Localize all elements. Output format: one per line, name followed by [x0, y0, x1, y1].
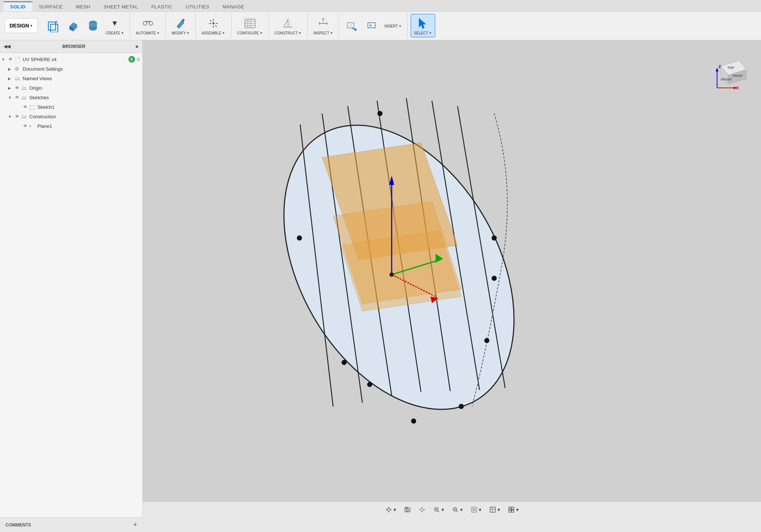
configure-button[interactable]: CONFIGURE▼: [234, 14, 266, 37]
tree-arrow-sketches: ▼: [8, 96, 14, 100]
modify-icon: [174, 16, 187, 30]
tab-mesh[interactable]: MESH: [69, 1, 97, 11]
bottom-toolbar: ▾: [143, 501, 761, 517]
box-icon: [66, 19, 80, 33]
tab-utilities[interactable]: UTILITIES: [179, 1, 216, 11]
svg-point-63: [377, 111, 383, 116]
svg-line-30: [284, 19, 288, 27]
svg-text:FRONT: FRONT: [721, 78, 732, 81]
tree-item-sketches[interactable]: ▼ 👁 🗂 Sketches: [0, 93, 142, 102]
tree-item-origin[interactable]: ▶ 👁 🗂 Origin: [0, 83, 142, 93]
svg-line-97: [456, 511, 458, 512]
display-settings-button[interactable]: ▾: [468, 505, 484, 514]
zoom-fit-button[interactable]: ▾: [449, 505, 466, 514]
viewport[interactable]: Z X TOP FRONT RIGHT: [143, 40, 761, 517]
add-comment-button[interactable]: +: [133, 521, 137, 529]
tree-settings-icon-root[interactable]: ⊙: [137, 57, 140, 62]
svg-point-91: [406, 509, 409, 511]
create-label: CREATE ▼: [106, 31, 124, 35]
svg-text:TOP: TOP: [727, 66, 734, 70]
tree-eye-origin[interactable]: 👁: [15, 85, 19, 90]
browser-title: BROWSER: [62, 44, 85, 49]
svg-point-84: [387, 508, 390, 511]
views-button[interactable]: ▾: [505, 505, 522, 514]
cylinder-button[interactable]: [83, 14, 103, 37]
insert-decal-icon: +: [365, 19, 378, 33]
design-button[interactable]: DESIGN ▼: [5, 18, 38, 33]
construct-icon: [281, 16, 295, 30]
tree-arrow-doc-settings: ▶: [8, 67, 14, 71]
grid-button[interactable]: ▾: [486, 505, 503, 514]
svg-point-8: [89, 27, 97, 30]
tree-eye-root[interactable]: 👁: [8, 57, 13, 62]
cylinder-icon: [86, 19, 100, 33]
svg-point-71: [367, 382, 372, 387]
display-arrow: ▾: [479, 507, 481, 513]
insert-decal-button[interactable]: +: [362, 14, 381, 37]
box-button[interactable]: [63, 14, 83, 37]
tree-item-named-views[interactable]: ▶ 🗂 Named Views: [0, 74, 142, 83]
create-group: +: [41, 12, 130, 39]
svg-text:RIGHT: RIGHT: [732, 74, 743, 78]
snap-button[interactable]: ▾: [383, 505, 399, 514]
configure-group: CONFIGURE▼: [231, 12, 269, 39]
svg-point-70: [459, 404, 464, 409]
tab-manage[interactable]: MANAGE: [216, 1, 251, 11]
tree-item-root[interactable]: ▼ 👁 📄 UV SPHERE v4 K ⊙: [0, 55, 142, 64]
create-dropdown-button[interactable]: ▼ CREATE ▼: [103, 14, 127, 37]
tree-item-construction[interactable]: ▼ 👁 🗂 Construction: [0, 112, 142, 121]
insert-canvas-icon: [345, 19, 359, 33]
new-component-icon: +: [46, 19, 60, 33]
tree-eye-sketch1[interactable]: 👁: [23, 104, 27, 109]
tab-sheet-metal[interactable]: SHEET METAL: [97, 1, 145, 11]
tree-item-sketch1[interactable]: 👁 ⬚ Sketch1: [0, 102, 142, 112]
svg-rect-101: [472, 508, 476, 511]
new-component-button[interactable]: +: [44, 14, 63, 37]
svg-rect-106: [512, 507, 514, 509]
svg-point-98: [454, 509, 456, 510]
insert-dropdown-button[interactable]: INSERT▼: [381, 14, 404, 37]
svg-point-69: [492, 276, 497, 281]
tree-eye-construction[interactable]: 👁: [15, 114, 19, 119]
capture-image-button[interactable]: [401, 505, 414, 514]
svg-rect-0: [48, 22, 56, 30]
browser-options-icon[interactable]: ●: [135, 43, 139, 50]
svg-line-21: [215, 25, 217, 27]
tree-eye-sketches[interactable]: 👁: [15, 95, 19, 100]
assemble-button[interactable]: ASSEMBLE▼: [199, 14, 228, 37]
tree-label-named-views: Named Views: [23, 76, 140, 81]
select-button[interactable]: SELECT▼: [411, 14, 435, 37]
svg-point-62: [389, 272, 394, 277]
select-label: SELECT▼: [414, 31, 432, 35]
pan-button[interactable]: [416, 505, 428, 514]
tree-icon-named-views: 🗂: [15, 75, 22, 81]
inspect-group: INSPECT▼: [307, 12, 339, 39]
browser-header: ◀◀ BROWSER ●: [0, 40, 142, 53]
collapse-icon[interactable]: ◀◀: [4, 44, 10, 49]
tab-plastic[interactable]: PLASTIC: [145, 1, 179, 11]
tree-icon-construction: 🗂: [21, 114, 29, 119]
tab-solid[interactable]: SOLID: [4, 1, 32, 11]
tree-item-plane1[interactable]: 👁 ▪ Plane1: [0, 121, 142, 131]
svg-marker-55: [340, 231, 461, 311]
zoom-in-arrow: ▾: [441, 507, 444, 513]
configure-label: CONFIGURE▼: [237, 31, 263, 35]
snap-arrow: ▾: [393, 507, 396, 513]
automate-button[interactable]: AUTOMATE▼: [133, 14, 163, 37]
zoom-in-button[interactable]: ▾: [430, 505, 447, 514]
tab-surface[interactable]: SURFACE: [32, 1, 69, 11]
view-cube[interactable]: Z X TOP FRONT RIGHT: [710, 48, 754, 92]
modify-button[interactable]: MODIFY▼: [169, 14, 193, 37]
construct-button[interactable]: CONSTRUCT▼: [272, 14, 305, 37]
insert-canvas-button[interactable]: [342, 14, 362, 37]
svg-point-68: [484, 338, 489, 343]
tree-item-doc-settings[interactable]: ▶ ⚙ Document Settings: [0, 64, 142, 74]
assemble-icon: [206, 16, 220, 30]
tree-eye-plane1[interactable]: 👁: [23, 123, 27, 129]
insert-label: INSERT▼: [384, 24, 401, 28]
modify-group: MODIFY▼: [166, 12, 196, 39]
construct-group: CONSTRUCT▼: [269, 12, 308, 39]
inspect-button[interactable]: INSPECT▼: [310, 14, 336, 37]
svg-text:+: +: [55, 19, 57, 25]
svg-point-96: [453, 507, 457, 511]
